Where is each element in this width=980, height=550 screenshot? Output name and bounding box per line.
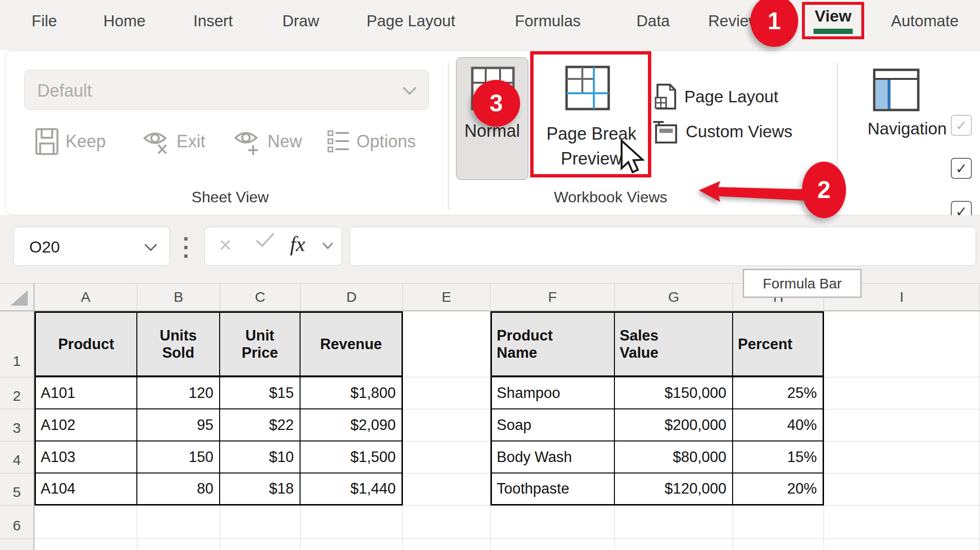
show-option-checkbox-1[interactable]: ✓: [951, 115, 972, 136]
keep-button[interactable]: Keep: [35, 126, 106, 157]
chevron-down-icon[interactable]: [144, 242, 158, 252]
column-header-B[interactable]: B: [137, 284, 220, 311]
row-header-6[interactable]: 6: [0, 506, 34, 539]
custom-views-button[interactable]: Custom Views: [652, 119, 792, 144]
cell-H1[interactable]: Percent: [733, 311, 824, 377]
cell-H4[interactable]: 15%: [733, 441, 824, 473]
cell-E6[interactable]: [403, 506, 490, 539]
cell-H3[interactable]: 40%: [733, 409, 824, 441]
cell-H2[interactable]: 25%: [733, 377, 824, 409]
cell-F1[interactable]: Product Name: [490, 311, 615, 377]
row-header-4[interactable]: 4: [0, 441, 34, 473]
cell-I4[interactable]: [824, 441, 980, 473]
cell-I1[interactable]: [824, 311, 980, 377]
cell-B6[interactable]: [137, 506, 220, 539]
column-header-G[interactable]: G: [615, 284, 733, 311]
cell-C5[interactable]: $18: [220, 473, 301, 506]
row-header-1[interactable]: 1: [0, 311, 34, 377]
cell-B2[interactable]: 120: [137, 377, 220, 409]
row-header-5[interactable]: 5: [0, 473, 34, 506]
cell-G5[interactable]: $120,000: [615, 473, 733, 506]
cell-G2[interactable]: $150,000: [615, 377, 733, 409]
cell-F5[interactable]: Toothpaste: [490, 473, 615, 506]
cell-A4[interactable]: A103: [34, 441, 137, 473]
cell-E5[interactable]: [403, 473, 490, 506]
cell-C6[interactable]: [220, 506, 301, 539]
page-layout-view-button[interactable]: Page Layout: [655, 83, 779, 110]
cell-F2[interactable]: Shampoo: [490, 377, 615, 409]
cell-G6[interactable]: [615, 506, 733, 539]
cell-I2[interactable]: [824, 377, 980, 409]
column-header-C[interactable]: C: [220, 284, 301, 311]
cell-E3[interactable]: [403, 409, 490, 441]
cell-A3[interactable]: A102: [34, 409, 137, 441]
enter-check-icon[interactable]: [255, 231, 276, 248]
options-button[interactable]: Options: [327, 126, 416, 157]
name-box[interactable]: O20: [13, 227, 170, 266]
cell-B5[interactable]: 80: [137, 473, 220, 506]
cell-G3[interactable]: $200,000: [615, 409, 733, 441]
cell-D2[interactable]: $1,800: [301, 377, 403, 409]
tab-data[interactable]: Data: [636, 11, 670, 32]
cell-C2[interactable]: $15: [220, 377, 301, 409]
cell-D7[interactable]: [301, 539, 403, 550]
column-header-E[interactable]: E: [403, 284, 490, 311]
cell-D3[interactable]: $2,090: [301, 409, 403, 441]
cell-E7[interactable]: [403, 539, 490, 550]
row-header-3[interactable]: 3: [0, 409, 34, 441]
cell-B4[interactable]: 150: [137, 441, 220, 473]
cell-B3[interactable]: 95: [137, 409, 220, 441]
chevron-down-icon[interactable]: [322, 242, 334, 250]
exit-button[interactable]: Exit: [143, 126, 205, 157]
cell-I5[interactable]: [824, 473, 980, 506]
cell-A2[interactable]: A101: [34, 377, 137, 409]
cell-H7[interactable]: [733, 539, 824, 550]
cell-F6[interactable]: [490, 506, 615, 539]
cell-I7[interactable]: [824, 539, 980, 550]
tab-draw[interactable]: Draw: [282, 11, 319, 32]
cell-F3[interactable]: Soap: [490, 409, 615, 441]
column-header-D[interactable]: D: [301, 284, 403, 311]
cell-I3[interactable]: [824, 409, 980, 441]
column-header-A[interactable]: A: [34, 284, 137, 311]
cell-E2[interactable]: [403, 377, 490, 409]
show-option-checkbox-2[interactable]: ✓: [951, 158, 972, 179]
tab-insert[interactable]: Insert: [193, 11, 233, 32]
tab-formulas[interactable]: Formulas: [515, 11, 581, 32]
navigation-button[interactable]: Navigation: [868, 68, 925, 138]
cell-D6[interactable]: [301, 506, 403, 539]
cell-C4[interactable]: $10: [220, 441, 301, 473]
row-header-2[interactable]: 2: [0, 377, 34, 409]
select-all-corner[interactable]: [0, 284, 34, 311]
insert-function-icon[interactable]: fx: [290, 232, 305, 256]
column-header-F[interactable]: F: [490, 284, 615, 311]
cell-D4[interactable]: $1,500: [301, 441, 403, 473]
cell-E1[interactable]: [403, 311, 490, 377]
cell-G1[interactable]: Sales Value: [615, 311, 733, 377]
cell-G4[interactable]: $80,000: [615, 441, 733, 473]
cell-D5[interactable]: $1,440: [301, 473, 403, 506]
tab-view[interactable]: View: [805, 7, 861, 25]
cell-H6[interactable]: [733, 506, 824, 539]
new-button[interactable]: New: [234, 126, 302, 157]
cancel-x-icon[interactable]: ×: [219, 233, 232, 257]
cell-E4[interactable]: [403, 441, 490, 473]
tab-file[interactable]: File: [32, 11, 57, 32]
cell-F7[interactable]: [490, 539, 615, 550]
cell-F4[interactable]: Body Wash: [490, 441, 615, 473]
sheet-view-dropdown[interactable]: Default: [24, 70, 429, 110]
formula-bar-drag-handle[interactable]: [184, 237, 188, 263]
cell-C3[interactable]: $22: [220, 409, 301, 441]
cell-A1[interactable]: Product: [34, 311, 137, 377]
cell-A6[interactable]: [34, 506, 137, 539]
cell-C7[interactable]: [220, 539, 301, 550]
cell-A7[interactable]: [34, 539, 137, 550]
cell-C1[interactable]: Unit Price: [220, 311, 301, 377]
tab-automate[interactable]: Automate: [891, 11, 958, 32]
cell-H5[interactable]: 20%: [733, 473, 824, 506]
tab-page-layout[interactable]: Page Layout: [367, 11, 455, 32]
row-header-7[interactable]: [0, 539, 34, 550]
cell-G7[interactable]: [615, 539, 733, 550]
cell-D1[interactable]: Revenue: [301, 311, 403, 377]
cell-B7[interactable]: [137, 539, 220, 550]
